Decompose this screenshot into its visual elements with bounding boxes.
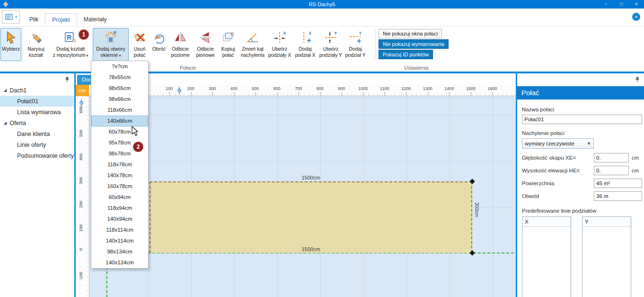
field-label: Obwód (522, 193, 594, 199)
ribbon-button-dodaj-podzial-x[interactable]: XDodajpodział X (292, 28, 318, 61)
rotate-90-icon: 90° (152, 29, 166, 46)
field-input-obwod[interactable]: 36 m (594, 191, 642, 201)
menu-item-160x78cm[interactable]: 160x78cm (91, 181, 148, 192)
settings-button-nie-pokazuj-wymiarowania[interactable]: Nie pokazuj wymiarowania (379, 39, 449, 49)
list-y[interactable]: Y (582, 216, 631, 297)
ribbon-button-usun-polac[interactable]: Usuńpołać (129, 28, 150, 61)
list-x[interactable]: X (522, 216, 571, 297)
menu-item-140x114cm[interactable]: 140x114cm (91, 235, 148, 246)
tree-item-label: Podsumowanie oferty (17, 153, 74, 159)
right-panel-pin-icon[interactable] (634, 76, 641, 83)
ruler-vertical: 6005004003002001000-100 (76, 96, 89, 297)
ribbon-button-wybierz[interactable]: Wybierz (0, 28, 21, 61)
menu-item-98x134cm[interactable]: 98x134cm (91, 246, 148, 257)
mouse-cursor (132, 126, 138, 136)
menu-item-118x94cm[interactable]: 118x94cm (91, 203, 148, 214)
svg-text:Y: Y (335, 31, 337, 36)
maximize-button[interactable]: □ (614, 0, 629, 9)
settings-button-pokazuj-id-punktow[interactable]: Pokazuj ID punktów (379, 50, 433, 59)
tab-plik[interactable]: Plik (23, 13, 45, 26)
menu-item-140x78cm[interactable]: 140x78cm (91, 170, 148, 181)
svg-text:Y: Y (359, 31, 362, 36)
sidebar-item-dane-klienta[interactable]: Dane klienta (0, 128, 74, 139)
settings-button-nie-pokazuj-okna-polaci[interactable]: Nie pokazuj okna połaci (379, 29, 442, 38)
field-input-powierzchnia[interactable]: 45 m² (594, 179, 642, 188)
property-row: Powierzchnia45 m² (522, 178, 642, 189)
ruler-label: 700 (295, 86, 302, 91)
menu-item-118x114cm[interactable]: 118x114cm (91, 225, 148, 235)
ribbon-button-odbicie-poziome[interactable]: Odbiciepoziome (168, 28, 193, 61)
ruler-horizontal: 1002003004005006007008009001000110012001… (89, 85, 516, 96)
sidebar-item-podsumowanie-oferty[interactable]: Podsumowanie oferty (0, 150, 74, 161)
field-input-glebokosc-okapu-xe[interactable]: 0. (594, 153, 629, 162)
sidebar-item-linie-oferty[interactable]: Linie oferty (0, 139, 74, 150)
left-panel-pin-icon[interactable] (64, 76, 71, 83)
field-suffix: cm (629, 168, 642, 173)
menu-item-140x66cm[interactable]: 140x66cm (91, 116, 148, 126)
ribbon-button-dodaj-otwory-okienne[interactable]: RDodaj otworyokienne▾ (93, 28, 129, 61)
surface-name-input[interactable] (522, 115, 642, 124)
ribbon-button-label: Wybierz (2, 46, 20, 52)
list-y-header: Y (582, 217, 631, 227)
menu-item-x-cm[interactable]: ?x?cm (91, 61, 148, 72)
ruler-label: 500 (252, 86, 259, 91)
close-button[interactable]: × (629, 0, 644, 9)
menu-item-140x94cm[interactable]: 140x94cm (91, 214, 148, 225)
ribbon-button-label: Utwórzpodziały X (268, 46, 291, 58)
menu-item-118x78cm[interactable]: 118x78cm (91, 159, 148, 170)
unit-button[interactable]: cm (76, 85, 89, 96)
minimize-button[interactable]: − (599, 0, 614, 9)
sidebar-tree: ◢Dach1Połać01Lista wymiarowa◢OfertaDane … (0, 85, 74, 161)
tree-item-label: Dane klienta (17, 131, 50, 137)
sidebar-item-polac01[interactable]: Połać01 (0, 96, 74, 107)
draw-shape-icon (29, 29, 43, 46)
group-separator (375, 30, 376, 59)
add-division-y-icon: Y (348, 29, 362, 46)
property-row: Głębokość okapu XE=0.cm (522, 153, 642, 163)
roof-surface[interactable] (150, 181, 472, 253)
ribbon-button-utworz-podzialy-y[interactable]: YUtwórzpodziały Y (318, 28, 343, 61)
ruler-marker-icon (79, 99, 84, 107)
ribbon-button-obroc[interactable]: 90°Obróć (150, 28, 168, 61)
ribbon-button-dodaj-podzial-y[interactable]: YDodajpodział Y (344, 28, 367, 61)
repo-shape-icon: R (63, 29, 78, 46)
ribbon-button-narysuj-ksztalt[interactable]: Narysujkształt (24, 28, 48, 61)
ribbon-button-odbicie-pionowe[interactable]: Odbiciepionowe (193, 28, 218, 61)
dimension-label-bottom: 1500cm (150, 246, 472, 252)
flip-vertical-icon (198, 29, 212, 46)
menu-item-78x55cm[interactable]: 78x55cm (91, 72, 148, 83)
menu-item-98x66cm[interactable]: 98x66cm (91, 94, 148, 105)
tree-item-label: Linie oferty (17, 142, 46, 148)
ruler-label: 1600 (487, 86, 497, 91)
ruler-label: 600 (79, 106, 83, 113)
menu-item-118x66cm[interactable]: 118x66cm (91, 105, 148, 116)
menu-item-60x94cm[interactable]: 60x94cm (91, 192, 148, 203)
tab-projekt[interactable]: Projekt (45, 13, 77, 27)
ruler-label: 200 (187, 86, 194, 91)
svg-text:R: R (114, 30, 116, 35)
chevron-down-icon: ▾ (119, 54, 121, 58)
tree-item-label: Oferta (9, 120, 26, 126)
tab-materialy[interactable]: Materiały (77, 13, 114, 26)
chevron-down-icon: ▾ (15, 15, 17, 19)
menu-item-140x134cm[interactable]: 140x134cm (91, 257, 148, 268)
ribbon-button-label: Dodaj otworyokienne▾ (96, 46, 125, 59)
sidebar-item-dach1[interactable]: ◢Dach1 (0, 85, 74, 96)
sidebar-item-lista-wymiarowa[interactable]: Lista wymiarowa (0, 107, 74, 117)
ruler-label: 400 (79, 153, 83, 161)
svg-text:90°: 90° (156, 35, 162, 40)
properties-panel: Połać Nazwa połaci Nachylenie połaci wym… (517, 73, 644, 297)
slope-select[interactable]: wymiary rzeczywiste ▼ (522, 138, 594, 149)
sidebar-item-oferta[interactable]: ◢Oferta (0, 117, 74, 128)
menu-item-98x55cm[interactable]: 98x55cm (91, 83, 148, 94)
tree-item-label: Lista wymiarowa (17, 109, 61, 116)
ribbon-collapse-button[interactable]: ▲ (632, 13, 640, 21)
ribbon-button-zmien-kat-nachylenia[interactable]: Zmień kątnachylenia (238, 28, 267, 61)
ruler-label: 1200 (401, 86, 411, 91)
menu-item-60x78cm[interactable]: 60x78cm (91, 126, 148, 137)
ribbon-button-kopiuj-polac[interactable]: CKopiujpołać (218, 28, 238, 61)
application-menu-button[interactable]: ▾ (2, 10, 20, 24)
drawing-canvas[interactable]: 1500cm 1500cm 300cm (89, 96, 516, 297)
field-input-wysokosc-elewacji-he[interactable]: 0. (594, 166, 629, 175)
ribbon-button-utworz-podzialy-x[interactable]: XUtwórzpodziały X (267, 28, 292, 61)
